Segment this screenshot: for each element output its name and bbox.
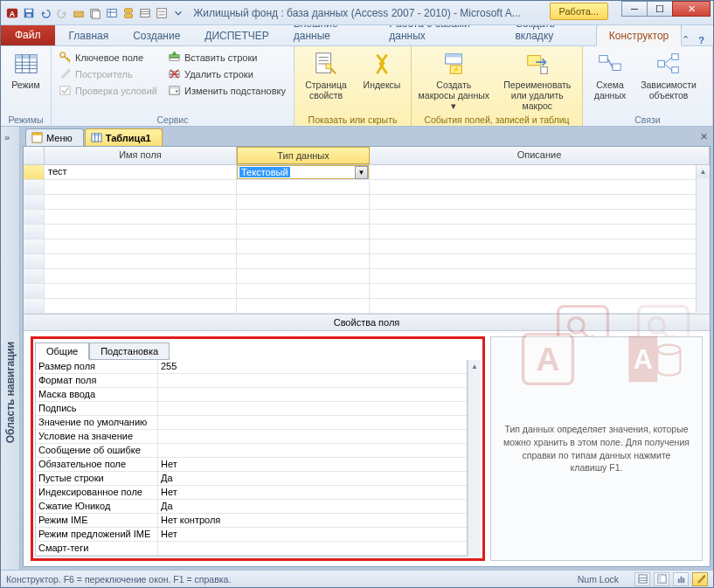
close-button[interactable]: ✕ <box>672 1 711 17</box>
property-hint-text: Тип данных определяет значения, которые … <box>503 423 690 474</box>
property-row[interactable]: Формат поля <box>36 374 467 388</box>
property-value[interactable]: Нет контроля <box>158 514 467 527</box>
property-row[interactable]: Условие на значение <box>36 430 467 444</box>
property-row[interactable]: Режим IMEНет контроля <box>36 514 467 528</box>
field-row[interactable] <box>24 299 710 314</box>
property-row[interactable]: Индексированное полеНет <box>36 486 467 500</box>
property-row[interactable]: Пустые строкиДа <box>36 472 467 486</box>
pivot-view-btn[interactable] <box>654 572 669 586</box>
qat-btn-6[interactable] <box>104 5 120 21</box>
redo-icon[interactable] <box>54 5 70 21</box>
qat-btn-9[interactable] <box>154 5 170 21</box>
data-type-cell[interactable]: Текстовый ▼ <box>237 165 370 179</box>
test-validation-button[interactable]: Проверка условий <box>55 83 161 98</box>
property-row[interactable]: Сжатие ЮникодДа <box>36 500 467 514</box>
delete-rows-button[interactable]: Удалить строки <box>164 66 289 81</box>
collapse-ribbon-icon[interactable]: ⌃ <box>682 34 690 45</box>
col-description[interactable]: Описание <box>370 147 710 164</box>
col-field-name[interactable]: Имя поля <box>45 147 237 164</box>
description-cell[interactable] <box>370 165 710 179</box>
property-row[interactable]: Сообщение об ошибке <box>36 444 467 458</box>
navigation-pane-collapsed[interactable]: » Область навигации <box>1 127 20 570</box>
undo-icon[interactable] <box>38 5 53 21</box>
property-row[interactable]: Режим предложений IMEНет <box>36 528 467 542</box>
qat-btn-7[interactable] <box>121 5 136 21</box>
field-row[interactable] <box>24 269 710 284</box>
qat-btn-8[interactable] <box>137 5 153 21</box>
object-tab-menu[interactable]: Меню <box>25 128 84 146</box>
property-value[interactable] <box>158 542 467 555</box>
save-icon[interactable] <box>21 5 37 21</box>
indexes-button[interactable]: Индексы <box>357 48 406 92</box>
property-value[interactable]: Да <box>158 500 467 513</box>
app-icon[interactable]: A <box>4 5 20 21</box>
property-row[interactable]: Смарт-теги <box>36 542 467 556</box>
insert-rows-button[interactable]: Вставить строки <box>164 50 289 65</box>
tab-general[interactable]: Общие <box>35 342 89 360</box>
qat-btn-5[interactable] <box>87 5 103 21</box>
rename-delete-macro-button[interactable]: Переименовать или удалить макрос <box>496 48 579 113</box>
property-row[interactable]: Значение по умолчанию <box>36 416 467 430</box>
field-row[interactable]: тест Текстовый ▼ <box>24 165 710 180</box>
quick-access-toolbar: A <box>1 5 186 21</box>
property-sheet-button[interactable]: Страница свойств <box>298 48 354 102</box>
field-name-cell[interactable]: тест <box>45 165 237 179</box>
tab-file[interactable]: Файл <box>1 24 55 45</box>
property-value[interactable]: Да <box>158 472 467 485</box>
expand-navpane-icon[interactable]: » <box>4 132 10 142</box>
property-value[interactable] <box>158 402 467 415</box>
maximize-button[interactable]: ☐ <box>647 1 673 17</box>
field-row[interactable] <box>24 284 710 299</box>
property-value[interactable] <box>158 388 467 401</box>
qat-btn-4[interactable] <box>71 5 87 21</box>
workspace: » Область навигации Меню Таблица1 ✕ Имя … <box>1 127 713 570</box>
primary-key-button[interactable]: Ключевое поле <box>55 50 161 65</box>
modify-lookups-button[interactable]: Изменить подстановку <box>164 83 289 98</box>
tab-dispatcher[interactable]: ДИСПЕТЧЕР <box>192 25 281 45</box>
property-value[interactable] <box>158 430 467 443</box>
object-tab-table1[interactable]: Таблица1 <box>85 128 163 146</box>
select-all-fields[interactable] <box>24 147 45 164</box>
property-value[interactable] <box>158 374 467 387</box>
field-row[interactable] <box>24 180 710 195</box>
datasheet-view-btn[interactable] <box>634 572 650 586</box>
property-value[interactable] <box>158 444 467 457</box>
object-dependencies-button[interactable]: Зависимости объектов <box>637 48 700 102</box>
tab-lookup[interactable]: Подстановка <box>89 342 170 360</box>
row-selector[interactable] <box>24 165 45 179</box>
field-row[interactable] <box>24 195 710 210</box>
numlock-indicator: Num Lock <box>578 574 619 585</box>
property-row[interactable]: Размер поля255 <box>36 360 467 374</box>
qat-customize-icon[interactable] <box>170 5 186 21</box>
tab-create[interactable]: Создание <box>121 25 192 45</box>
field-properties-area: Общие Подстановка Размер поля255Формат п… <box>24 331 710 566</box>
property-value[interactable]: Нет <box>158 528 467 541</box>
tab-design[interactable]: Конструктор <box>596 24 682 46</box>
field-row[interactable] <box>24 254 710 269</box>
chart-view-btn[interactable] <box>673 572 689 586</box>
property-value[interactable]: 255 <box>158 360 467 373</box>
help-icon[interactable]: ? <box>698 35 704 45</box>
relationships-button[interactable]: Схема данных <box>586 48 634 102</box>
field-row[interactable] <box>24 210 710 225</box>
design-view-btn[interactable] <box>692 572 708 586</box>
view-button[interactable]: Режим <box>4 48 47 92</box>
minimize-button[interactable]: ─ <box>621 1 648 17</box>
builder-button[interactable]: Построитель <box>55 66 161 81</box>
tab-home[interactable]: Главная <box>57 25 121 45</box>
properties-scrollbar[interactable]: ▲ <box>468 360 481 557</box>
field-row[interactable] <box>24 239 710 254</box>
field-row[interactable] <box>24 225 710 239</box>
property-value[interactable]: Нет <box>158 458 467 471</box>
field-rows-scrollbar[interactable]: ▲ <box>696 165 710 314</box>
property-row[interactable]: Подпись <box>36 402 467 416</box>
property-value[interactable]: Нет <box>158 486 467 499</box>
status-text: Конструктор. F6 = переключение окон. F1 … <box>6 574 231 585</box>
data-macros-button[interactable]: ⚡ Создать макросы данных ▾ <box>415 48 493 113</box>
property-row[interactable]: Обязательное полеНет <box>36 458 467 472</box>
data-type-dropdown-icon[interactable]: ▼ <box>355 166 368 179</box>
col-data-type[interactable]: Тип данных <box>237 147 370 164</box>
property-value[interactable] <box>158 416 467 429</box>
close-tab-icon[interactable]: ✕ <box>695 128 713 146</box>
property-row[interactable]: Маска ввода <box>36 388 467 402</box>
